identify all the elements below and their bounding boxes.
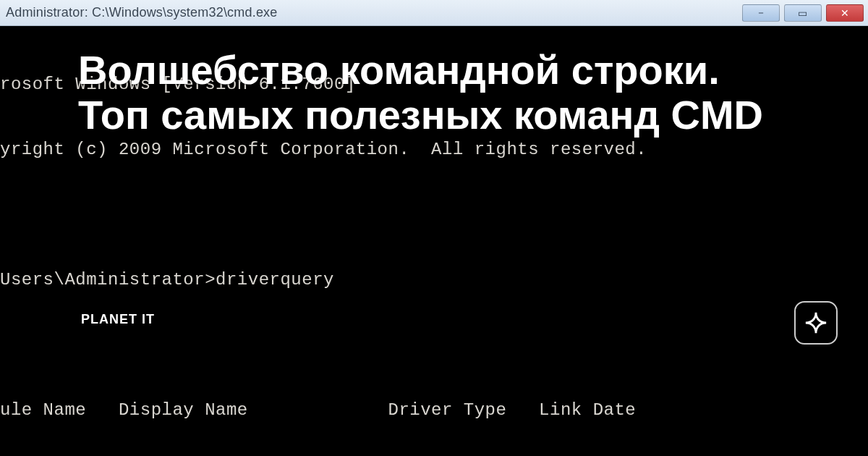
minimize-button[interactable]: －: [742, 4, 780, 22]
brand-label: PLANET IT: [81, 312, 155, 327]
window-titlebar: Administrator: C:\Windows\system32\cmd.e…: [0, 0, 868, 26]
window-title: Administrator: C:\Windows\system32\cmd.e…: [6, 5, 278, 20]
console-prompt: Users\Administrator>driverquery: [0, 269, 868, 291]
close-button[interactable]: ✕: [826, 4, 864, 22]
article-headline: Волшебство командной строки. Топ самых п…: [78, 48, 796, 137]
console-table-header: ule Name Display Name Driver Type Link D…: [0, 400, 868, 421]
console-banner-line: yright (c) 2009 Microsoft Corporation. A…: [0, 139, 868, 161]
stage: Administrator: C:\Windows\system32\cmd.e…: [0, 0, 868, 456]
console-blank: [0, 204, 868, 226]
console-blank: [0, 334, 868, 356]
zen-badge-icon: [794, 301, 838, 345]
maximize-button[interactable]: ▭: [784, 4, 822, 22]
window-buttons: － ▭ ✕: [742, 4, 868, 22]
